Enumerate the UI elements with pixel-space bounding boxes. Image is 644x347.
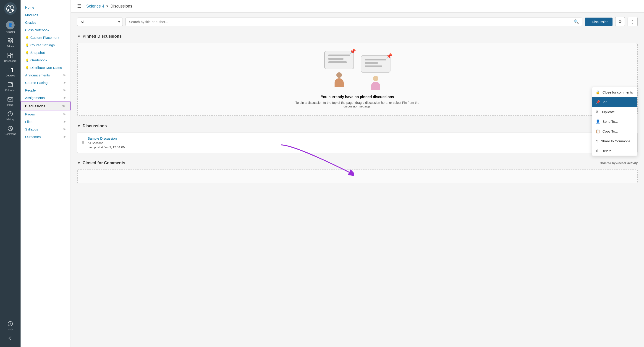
sidebar-item-grades[interactable]: Grades	[20, 19, 70, 26]
sidebar-item-history[interactable]: History	[0, 108, 20, 123]
modules-link-label: Modules	[25, 13, 38, 17]
sidebar-item-custom-placement[interactable]: 💡 Custom Placement	[20, 34, 70, 41]
context-menu-close-comments[interactable]: 🔒 Close for comments	[592, 88, 637, 97]
breadcrumb: Science 4 > Discussions	[86, 4, 132, 9]
bulb-icon: 💡	[25, 51, 29, 54]
sidebar-item-outcomes[interactable]: Outcomes 👁	[20, 133, 70, 140]
sidebar-item-modules[interactable]: Modules	[20, 11, 70, 19]
sidebar-item-admin[interactable]: Admin	[0, 35, 20, 50]
filter-select[interactable]: All Unread My Posts	[77, 18, 123, 26]
vis-icon: 👁	[63, 74, 66, 77]
sidebar-item-syllabus[interactable]: Syllabus 👁	[20, 126, 70, 133]
closed-comments-section: ▼ Closed for Comments Ordered by Recent …	[77, 158, 638, 183]
context-menu-copy-to-label: Copy To...	[602, 129, 618, 133]
ordered-label: Ordered by Recent Activity	[600, 161, 638, 165]
sidebar-item-gradebook[interactable]: 💡 Gradebook	[20, 56, 70, 64]
svg-text:?: ?	[9, 322, 12, 326]
vis-icon: 👁	[63, 120, 66, 124]
search-box: 🔍	[126, 18, 582, 26]
drag-handle[interactable]: ⠿	[82, 140, 84, 145]
sidebar-item-assignments[interactable]: Assignments 👁	[20, 94, 70, 102]
discussion-sections: All Sections	[88, 141, 596, 145]
page-title: Discussions	[110, 4, 132, 9]
sidebar-item-discussions[interactable]: Discussions 👁	[20, 102, 70, 110]
svg-line-5	[10, 9, 12, 10]
pinned-discussions-area: 📌 📌	[77, 43, 638, 116]
vis-icon: 👁	[63, 88, 66, 92]
gradebook-link-label: Gradebook	[30, 58, 47, 62]
share-icon: ⊙	[596, 139, 598, 143]
app-logo[interactable]	[4, 2, 17, 15]
bulb-icon: 💡	[25, 58, 29, 62]
sidebar-item-course-pacing[interactable]: Course Pacing 👁	[20, 79, 70, 86]
duplicate-icon: ⧉	[596, 110, 598, 114]
sidebar-item-files[interactable]: Files 👁	[20, 118, 70, 126]
context-menu-pin[interactable]: 📌 Pin	[592, 97, 637, 107]
svg-rect-13	[8, 56, 10, 58]
course-breadcrumb-link[interactable]: Science 4	[86, 4, 104, 9]
account-label: Account	[6, 30, 15, 33]
context-menu-copy-to[interactable]: 📋 Copy To...	[592, 126, 637, 136]
pinned-section-chevron[interactable]: ▼	[77, 34, 81, 38]
context-menu-send-to-label: Send To...	[602, 120, 618, 124]
closed-section-chevron[interactable]: ▼	[77, 161, 81, 165]
sidebar-item-courses[interactable]: Courses	[0, 64, 20, 79]
outcomes-link-label: Outcomes	[25, 135, 40, 139]
svg-rect-19	[8, 82, 12, 87]
commons-label: Commons	[4, 132, 16, 135]
calendar-label: Calendar	[5, 89, 16, 92]
bulb-icon: 💡	[25, 66, 29, 70]
svg-line-6	[9, 9, 10, 10]
context-menu-close-comments-label: Close for comments	[602, 90, 633, 94]
discussions-section-chevron[interactable]: ▼	[77, 124, 81, 128]
lock-icon: 🔒	[596, 90, 600, 94]
sidebar-item-snapshot[interactable]: 💡 Snapshot	[20, 49, 70, 56]
sidebar-item-course-settings[interactable]: 💡 Course Settings	[20, 41, 70, 49]
discussion-title[interactable]: Sample Discussion	[88, 136, 596, 140]
hamburger-menu-button[interactable]: ☰	[77, 3, 82, 9]
svg-line-27	[8, 128, 10, 130]
sidebar-item-home[interactable]: Home	[20, 4, 70, 11]
sidebar-item-inbox[interactable]: Inbox	[0, 94, 20, 108]
files-link-label: Files	[25, 120, 32, 124]
context-menu-send-to[interactable]: 👤 Send To...	[592, 116, 637, 126]
sidebar-item-account[interactable]: 👤 Account	[0, 18, 20, 35]
closed-section-header: ▼ Closed for Comments Ordered by Recent …	[77, 158, 638, 167]
bulb-icon: 💡	[25, 36, 29, 40]
svg-rect-12	[10, 53, 13, 54]
sidebar-item-pages[interactable]: Pages 👁	[20, 110, 70, 118]
sidebar-item-commons[interactable]: Commons	[0, 123, 20, 138]
context-menu-delete[interactable]: 🗑 Delete	[592, 146, 637, 156]
vis-icon: 👁	[62, 104, 65, 108]
add-discussion-button[interactable]: + Discussion	[585, 18, 612, 26]
course-pacing-link-label: Course Pacing	[25, 81, 48, 85]
context-menu-share-commons[interactable]: ⊙ Share to Commons	[592, 136, 637, 146]
sidebar-item-distribute-due-dates[interactable]: 💡 Distribute Due Dates	[20, 64, 70, 72]
closed-comments-empty-area	[77, 170, 638, 183]
discussion-item: ⠿ Sample Discussion All Sections Last po…	[77, 132, 638, 153]
sidebar-item-people[interactable]: People 👁	[20, 86, 70, 94]
context-menu-share-commons-label: Share to Commons	[601, 139, 630, 143]
topbar: ☰ Science 4 > Discussions	[71, 0, 644, 12]
settings-button[interactable]: ⚙	[615, 17, 625, 26]
pages-link-label: Pages	[25, 112, 35, 116]
pinned-illustration: 📌 📌	[324, 51, 390, 90]
collapse-nav-button[interactable]	[0, 333, 20, 345]
trash-icon: 🗑	[596, 149, 599, 153]
sidebar-item-help[interactable]: ? Help	[0, 318, 20, 333]
sidebar-item-announcements[interactable]: Announcements 👁	[20, 72, 70, 79]
icon-bar: 👤 Account Admin Dashboard Courses	[0, 0, 20, 347]
discussions-section-title: Discussions	[82, 124, 107, 128]
vis-icon: 👁	[63, 112, 66, 116]
svg-line-26	[10, 128, 12, 130]
svg-rect-11	[8, 53, 10, 55]
inbox-label: Inbox	[7, 103, 14, 106]
sidebar-item-calendar[interactable]: Calendar	[0, 79, 20, 94]
context-menu-duplicate[interactable]: ⧉ Duplicate	[592, 107, 637, 116]
filter-bar: All Unread My Posts 🔍 + Discussion ⚙ ⋮	[77, 17, 638, 26]
sidebar-item-class-notebook[interactable]: Class Notebook	[20, 26, 70, 34]
more-options-button[interactable]: ⋮	[628, 17, 638, 26]
search-input[interactable]	[129, 18, 574, 26]
context-menu: 🔒 Close for comments 📌 Pin ⧉ Duplicate 👤…	[592, 87, 638, 156]
sidebar-item-dashboard[interactable]: Dashboard	[0, 50, 20, 64]
